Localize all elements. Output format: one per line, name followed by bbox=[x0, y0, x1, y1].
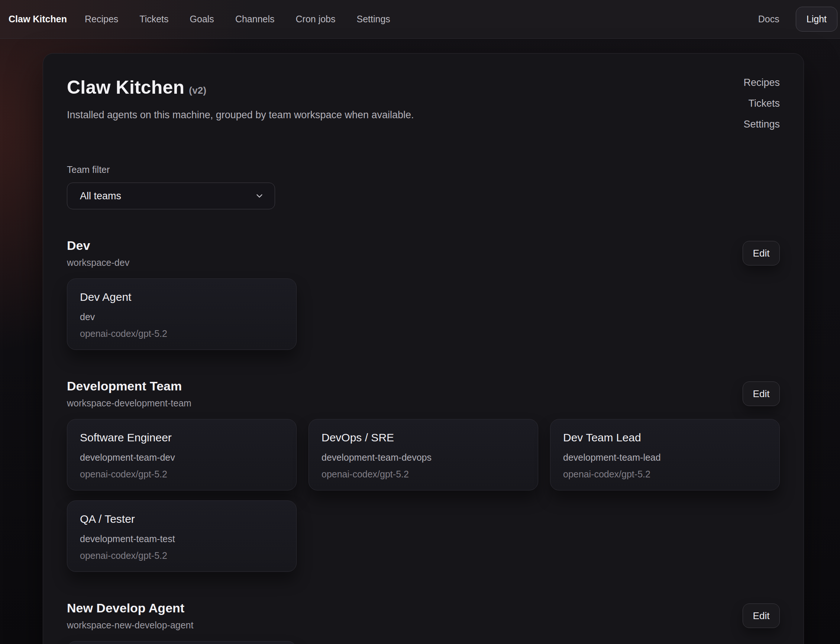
section-workspace: workspace-development-team bbox=[67, 398, 192, 409]
agent-card-development-team-devops: DevOps / SREdevelopment-team-devopsopena… bbox=[308, 419, 538, 490]
page-main: Claw Kitchen(v2) Installed agents on thi… bbox=[0, 39, 840, 644]
nav-right: Docs Light bbox=[758, 7, 837, 31]
agents-grid: Software Engineerdevelopment-team-devope… bbox=[67, 419, 780, 572]
section-workspace: workspace-new-develop-agent bbox=[67, 620, 193, 631]
team-filter-selected-value: All teams bbox=[80, 191, 254, 202]
team-section-development-team: Development Teamworkspace-development-te… bbox=[67, 379, 780, 572]
agent-card-development-team-dev: Software Engineerdevelopment-team-devope… bbox=[67, 419, 297, 490]
page-version: (v2) bbox=[189, 85, 206, 96]
section-header: Devworkspace-devEdit bbox=[67, 238, 780, 268]
section-header: Development Teamworkspace-development-te… bbox=[67, 379, 780, 409]
agent-name: DevOps / SRE bbox=[322, 431, 525, 444]
agent-name: QA / Tester bbox=[80, 513, 284, 526]
agent-model: openai-codex/gpt-5.2 bbox=[80, 550, 284, 561]
agent-model: openai-codex/gpt-5.2 bbox=[80, 469, 284, 480]
nav-link-goals[interactable]: Goals bbox=[190, 14, 214, 25]
agent-card-dev: Dev Agentdevopenai-codex/gpt-5.2 bbox=[67, 279, 297, 350]
section-title: New Develop Agent bbox=[67, 601, 193, 615]
team-sections: Devworkspace-devEditDev Agentdevopenai-c… bbox=[67, 238, 780, 644]
section-title-block: New Develop Agentworkspace-new-develop-a… bbox=[67, 601, 193, 631]
agent-name: Dev Agent bbox=[80, 291, 284, 304]
section-title: Development Team bbox=[67, 379, 192, 393]
main-card: Claw Kitchen(v2) Installed agents on thi… bbox=[43, 53, 804, 644]
team-filter-block: Team filter All teams bbox=[67, 164, 780, 209]
section-title-block: Development Teamworkspace-development-te… bbox=[67, 379, 192, 409]
agents-grid: Dev Agentdevopenai-codex/gpt-5.2 bbox=[67, 279, 780, 350]
nav-link-cron-jobs[interactable]: Cron jobs bbox=[296, 14, 336, 25]
agent-model: openai-codex/gpt-5.2 bbox=[563, 469, 767, 480]
edit-button-dev[interactable]: Edit bbox=[743, 241, 780, 266]
agent-model: openai-codex/gpt-5.2 bbox=[322, 469, 525, 480]
docs-link[interactable]: Docs bbox=[758, 14, 779, 25]
nav-link-recipes[interactable]: Recipes bbox=[85, 14, 118, 25]
quick-link-settings[interactable]: Settings bbox=[743, 114, 780, 135]
team-filter-label: Team filter bbox=[67, 164, 780, 175]
agent-id: dev bbox=[80, 312, 284, 322]
nav-link-channels[interactable]: Channels bbox=[235, 14, 275, 25]
team-filter-select[interactable]: All teams bbox=[67, 182, 275, 209]
page-title-text: Claw Kitchen bbox=[67, 77, 184, 98]
top-nav: Claw Kitchen RecipesTicketsGoalsChannels… bbox=[0, 0, 840, 39]
chevron-down-icon bbox=[254, 191, 264, 201]
team-section-dev: Devworkspace-devEditDev Agentdevopenai-c… bbox=[67, 238, 780, 350]
agent-card-new-develop-agent: Software Engineernew-develop-agent bbox=[67, 641, 297, 644]
nav-links: RecipesTicketsGoalsChannelsCron jobsSett… bbox=[85, 14, 390, 25]
agents-grid: Software Engineernew-develop-agent bbox=[67, 641, 780, 644]
quick-links: RecipesTicketsSettings bbox=[743, 72, 780, 135]
edit-button-new-develop-agent[interactable]: Edit bbox=[743, 603, 780, 628]
card-header: Claw Kitchen(v2) Installed agents on thi… bbox=[67, 77, 780, 135]
brand-home-link[interactable]: Claw Kitchen bbox=[8, 14, 67, 25]
agent-name: Dev Team Lead bbox=[563, 431, 767, 444]
theme-toggle-button[interactable]: Light bbox=[796, 7, 837, 31]
agent-card-development-team-lead: Dev Team Leaddevelopment-team-leadopenai… bbox=[550, 419, 780, 490]
page-subtitle: Installed agents on this machine, groupe… bbox=[67, 109, 414, 121]
page-title: Claw Kitchen(v2) bbox=[67, 77, 414, 98]
agent-id: development-team-test bbox=[80, 534, 284, 544]
agent-card-development-team-test: QA / Testerdevelopment-team-testopenai-c… bbox=[67, 501, 297, 572]
agent-id: development-team-dev bbox=[80, 452, 284, 463]
section-title: Dev bbox=[67, 238, 130, 253]
quick-link-recipes[interactable]: Recipes bbox=[743, 72, 780, 93]
section-header: New Develop Agentworkspace-new-develop-a… bbox=[67, 601, 780, 631]
quick-link-tickets[interactable]: Tickets bbox=[748, 93, 780, 114]
section-workspace: workspace-dev bbox=[67, 257, 130, 268]
edit-button-development-team[interactable]: Edit bbox=[743, 381, 780, 406]
team-section-new-develop-agent: New Develop Agentworkspace-new-develop-a… bbox=[67, 601, 780, 644]
agent-id: development-team-devops bbox=[322, 452, 525, 463]
card-title-block: Claw Kitchen(v2) Installed agents on thi… bbox=[67, 77, 414, 121]
agent-id: development-team-lead bbox=[563, 452, 767, 463]
nav-link-settings[interactable]: Settings bbox=[357, 14, 390, 25]
nav-link-tickets[interactable]: Tickets bbox=[139, 14, 168, 25]
agent-name: Software Engineer bbox=[80, 431, 284, 444]
section-title-block: Devworkspace-dev bbox=[67, 238, 130, 268]
agent-model: openai-codex/gpt-5.2 bbox=[80, 328, 284, 339]
